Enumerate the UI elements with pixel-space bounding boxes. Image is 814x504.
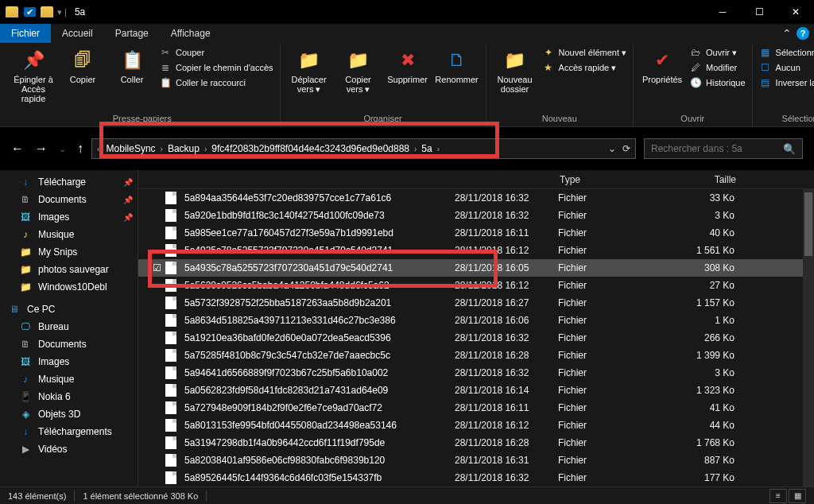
forward-button[interactable]: → [35,142,48,156]
sidebar-item[interactable]: 📁photos sauvegar [0,261,138,278]
breadcrumb-item[interactable]: 5a [421,143,432,154]
collapse-ribbon-icon[interactable]: ⌃ [782,27,792,40]
sidebar-item-icon: ↓ [19,425,32,438]
pin-button[interactable]: 📌 Épingler à Accès rapide [11,45,56,103]
table-row[interactable]: ☑ 5a4935c78a5255723f707230a451d79c540d27… [138,242,814,259]
scrollbar[interactable] [803,189,814,488]
history-dropdown-icon[interactable]: ⌄ [608,143,616,154]
sidebar-item-label: Vidéos [38,444,67,455]
table-row[interactable]: ☑ 5a94641d6566889f9f7023b67c25bf5a6b10a0… [138,364,814,382]
file-date: 28/11/2018 16:32 [455,472,558,483]
table-row[interactable]: ☑ 5a4935c78a5255723f707230a451d79c540d27… [138,259,814,277]
sidebar-item[interactable]: ↓Télécharge📌 [0,173,138,191]
sidebar-item[interactable]: ▶Vidéos [0,440,138,458]
tab-home[interactable]: Accueil [51,24,104,43]
properties-button[interactable]: ✔ Propriétés [640,45,684,84]
table-row[interactable]: ☑ 5a75285f4810b8c79c3c547cb32e7de7aaecbc… [138,347,814,364]
search-input[interactable] [651,143,783,154]
new-folder-button[interactable]: 📁 Nouveau dossier [493,45,537,94]
file-date: 28/11/2018 16:28 [455,350,558,361]
file-size: 1 561 Ko [661,245,749,256]
new-item-button[interactable]: ✦Nouvel élément ▾ [542,46,627,59]
sidebar-item[interactable]: 📱Nokia 6 [0,388,138,405]
sidebar-item[interactable]: ↓Téléchargements [0,423,138,440]
sidebar-item-icon: 📱 [19,390,32,403]
paste-button[interactable]: 📋 Coller [110,45,154,84]
rename-button[interactable]: 🗋 Renommer [435,45,479,84]
sidebar-item[interactable]: 📁Windows10Debl [0,278,138,296]
open-button[interactable]: 🗁Ouvrir ▾ [689,46,746,59]
maximize-button[interactable]: ☐ [741,0,777,24]
breadcrumb-item[interactable]: Backup [168,143,200,154]
minimize-button[interactable]: ─ [704,0,741,24]
view-icons-button[interactable]: ▦ [789,489,806,503]
table-row[interactable]: ☑ 5a894aa35644e53f7c20ed839757cce1c77a61… [138,189,814,207]
edit-button[interactable]: 🖉Modifier [689,61,746,74]
quick-access-button[interactable]: ★Accès rapide ▾ [542,61,627,74]
help-icon[interactable]: ? [797,27,809,40]
close-button[interactable]: ✕ [777,0,814,24]
table-row[interactable]: ☑ 5a5630c0526cc5baba4a41250bfa448dd6fc5a… [138,277,814,294]
table-row[interactable]: ☑ 5a8013153fe9954bfd04455080ad234498ea53… [138,417,814,434]
table-row[interactable]: ☑ 5a82038401af9586e06cf98830fabc6f9839b1… [138,452,814,469]
pc-icon: 🖥 [8,303,21,316]
history-button[interactable]: 🕓Historique [689,76,746,89]
file-icon [165,227,178,239]
sidebar-item[interactable]: 🖵Bureau [0,318,138,335]
breadcrumb-item[interactable]: 9fc4f2083b2b9ff8f04d4e4c3243d96ed9e0d888 [211,143,409,154]
sidebar-item[interactable]: ◈Objets 3D [0,405,138,423]
breadcrumb-bar[interactable]: «MobileSync›Backup›9fc4f2083b2b9ff8f04d4… [91,138,636,159]
table-row[interactable]: ☑ 5a920e1bdb9fd1f8c3c140f42754d100fc09de… [138,207,814,224]
file-size: 33 Ko [661,192,749,204]
table-row[interactable]: ☑ 5a31947298db1f4a0b96442ccd6f11f19df795… [138,434,814,452]
sidebar-item[interactable]: 🗎Documents [0,335,138,353]
sidebar-item[interactable]: 🖼Images [0,353,138,370]
cut-button[interactable]: ✂Couper [159,46,273,59]
tab-file[interactable]: Fichier [0,24,51,43]
sidebar-item[interactable]: 📁My Snips [0,243,138,261]
move-to-button[interactable]: 📁 Déplacer vers ▾ [287,45,331,94]
sidebar-pc-header[interactable]: 🖥Ce PC [0,300,138,318]
select-none-button[interactable]: ☐Aucun [759,61,814,74]
paste-shortcut-button[interactable]: 📋Coller le raccourci [159,76,273,89]
table-row[interactable]: ☑ 5a5732f3928752f25bba5187263aa5b8d9b2a2… [138,294,814,312]
sidebar-item[interactable]: ♪Musique [0,226,138,243]
table-row[interactable]: ☑ 5a985ee1ce77a1760457d27f3e59a7b1d9991e… [138,224,814,242]
tab-view[interactable]: Affichage [160,24,222,43]
sidebar-item[interactable]: ♪Musique [0,370,138,388]
sidebar-item-label: Objets 3D [38,409,80,420]
sidebar-item[interactable]: 🗎Documents📌 [0,191,138,208]
refresh-icon[interactable]: ⟳ [622,143,630,154]
search-box[interactable]: 🔍 [644,138,803,159]
copy-button[interactable]: 🗐 Copier [60,45,105,84]
table-row[interactable]: ☑ 5a0562823fd9f58d41fdc8283d21a7431ad64e… [138,382,814,399]
navigation-pane[interactable]: ↓Télécharge📌🗎Documents📌🖼Images📌♪Musique📁… [0,170,138,488]
breadcrumb-item[interactable]: MobileSync [107,143,156,154]
file-icon [165,384,178,397]
table-row[interactable]: ☑ 5a19210ea36bafd0fe2d60e0a072dea5eacd53… [138,329,814,347]
invert-icon: ▤ [759,76,772,89]
scrollbar-thumb[interactable] [804,192,812,256]
recent-dropdown[interactable]: ⌄ [59,144,66,154]
col-size[interactable]: Taille [663,174,750,185]
tab-share[interactable]: Partage [104,24,160,43]
up-button[interactable]: ↑ [77,142,83,156]
copy-to-button[interactable]: 📁 Copier vers ▾ [336,45,381,94]
checkbox-icon[interactable]: ☑ [153,262,165,273]
back-button[interactable]: ← [11,142,24,156]
sidebar-item-label: Images [38,211,69,223]
sidebar-item[interactable]: 🖼Images📌 [0,208,138,226]
sidebar-item-label: photos sauvegar [38,264,109,275]
column-headers[interactable]: Type Taille [138,170,814,189]
col-type[interactable]: Type [560,174,663,185]
table-row[interactable]: ☑ 5a727948e909f184b2f9f0e2f6e7ce9ad70acf… [138,399,814,417]
invert-selection-button[interactable]: ▤Inverser la sélection [759,76,814,89]
copy-path-button[interactable]: ≣Copier le chemin d'accès [159,61,273,74]
select-all-button[interactable]: ▦Sélectionner tout [759,46,814,59]
file-icon [165,279,178,292]
table-row[interactable]: ☑ 5a89526445fc144f9364c6d46fc03f5e154337… [138,469,814,487]
view-details-button[interactable]: ≡ [769,489,787,503]
table-row[interactable]: ☑ 5a8634d518825a439711213e331d46c27bc3e3… [138,312,814,329]
file-size: 1 323 Ko [661,385,749,396]
delete-button[interactable]: ✖ Supprimer [386,45,430,84]
